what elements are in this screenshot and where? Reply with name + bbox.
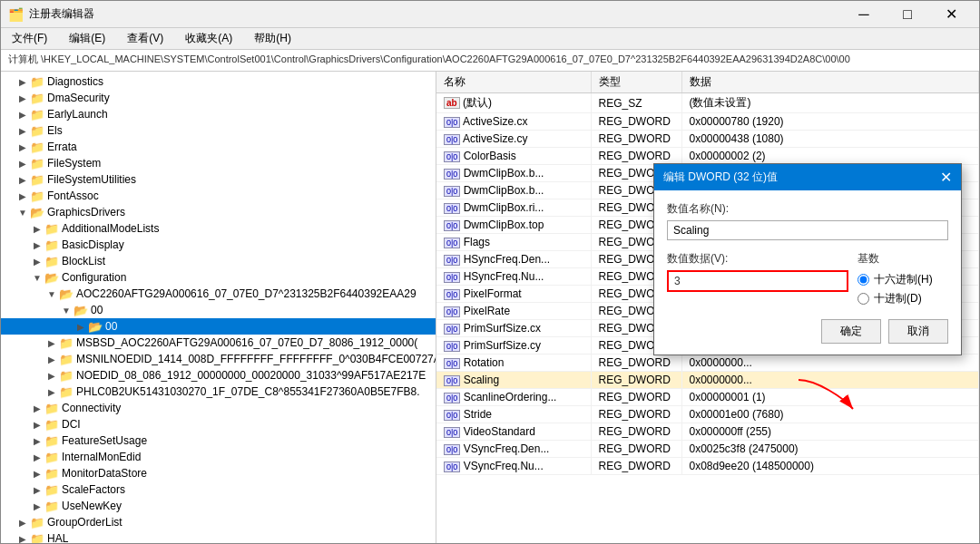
dialog-close-button[interactable]: ✕ — [940, 170, 952, 185]
base-label: 基数 — [858, 251, 948, 267]
ok-arrow — [789, 371, 862, 416]
radio-hex-label: 十六进制(H) — [874, 272, 933, 287]
radio-group: 十六进制(H) 十进制(D) — [858, 272, 948, 306]
edit-dword-dialog: 编辑 DWORD (32 位)值 ✕ 数值名称(N): 数值数据(V): 基数 — [653, 163, 962, 355]
dialog-value-col: 数值数据(V): — [667, 251, 848, 306]
dialog-title-bar: 编辑 DWORD (32 位)值 ✕ — [654, 164, 961, 190]
radio-dec-input[interactable] — [858, 293, 869, 305]
dialog-buttons: 确定 取消 — [667, 319, 948, 344]
dialog-value-row: 数值数据(V): 基数 十六进制(H) — [667, 251, 948, 306]
value-input-wrapper — [667, 270, 848, 292]
dialog-body: 数值名称(N): 数值数据(V): 基数 十 — [654, 190, 961, 355]
ok-button[interactable]: 确定 — [821, 319, 881, 344]
radio-hex[interactable]: 十六进制(H) — [858, 272, 948, 287]
ok-arrow-wrapper — [789, 371, 862, 419]
data-value-input[interactable] — [667, 270, 848, 292]
dialog-radios-col: 基数 十六进制(H) 十进制(D) — [858, 251, 948, 306]
dialog-overlay: 编辑 DWORD (32 位)值 ✕ 数值名称(N): 数值数据(V): 基数 — [0, 0, 980, 544]
cancel-button[interactable]: 取消 — [888, 319, 948, 344]
name-label: 数值名称(N): — [667, 201, 948, 217]
radio-hex-input[interactable] — [858, 274, 869, 286]
name-input[interactable] — [667, 220, 948, 240]
radio-dec[interactable]: 十进制(D) — [858, 291, 948, 306]
radio-dec-label: 十进制(D) — [874, 291, 922, 306]
data-label: 数值数据(V): — [667, 251, 848, 267]
dialog-title: 编辑 DWORD (32 位)值 — [663, 170, 778, 185]
